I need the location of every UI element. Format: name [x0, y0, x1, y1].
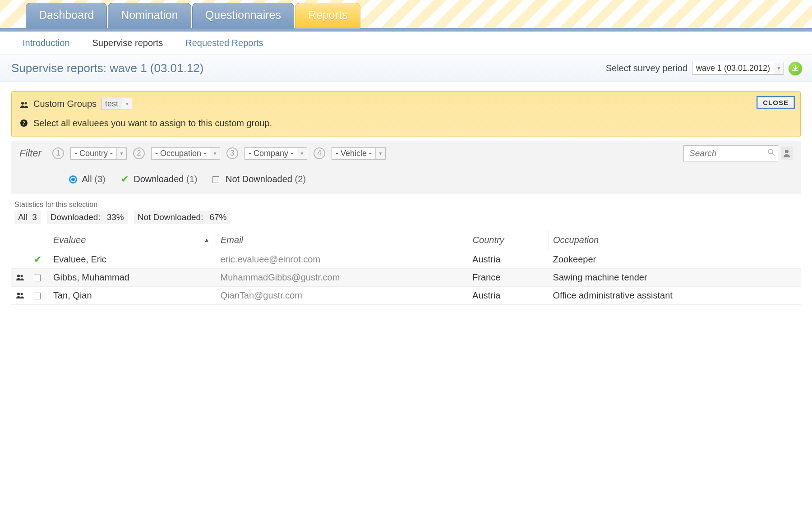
- cell-evaluee: Gibbs, Muhammad: [49, 269, 216, 287]
- cell-evaluee: Tan, Qian: [49, 287, 216, 305]
- checkbox-empty-icon: [34, 275, 41, 281]
- chevron-down-icon: ▼: [122, 98, 132, 110]
- chevron-down-icon: ▼: [210, 148, 220, 159]
- row-status[interactable]: ✔: [29, 250, 49, 269]
- filter-step-1: 1: [52, 147, 64, 159]
- download-button[interactable]: [789, 62, 802, 75]
- chevron-down-icon: ▼: [774, 62, 784, 74]
- col-evaluee-label: Evaluee: [53, 235, 86, 245]
- survey-period-label: Select survey period: [606, 63, 687, 73]
- checkbox-empty-icon: [34, 293, 41, 299]
- search-input[interactable]: [683, 145, 778, 161]
- search-icon: [767, 148, 775, 158]
- custom-group-value: test: [102, 98, 122, 110]
- page-title: Supervise reports: wave 1 (03.01.12): [11, 61, 203, 75]
- svg-point-9: [17, 293, 20, 295]
- filter-vehicle-select[interactable]: - Vehicle - ▼: [332, 147, 386, 160]
- cell-country: France: [468, 269, 548, 287]
- stats-chips: All 3 Downloaded: 33% Not Downloaded: 67…: [14, 211, 812, 224]
- cell-occupation: Zookeeper: [549, 250, 801, 269]
- tab-reports[interactable]: Reports: [295, 3, 361, 28]
- col-evaluee[interactable]: Evaluee ▲: [49, 230, 216, 250]
- tab-nomination[interactable]: Nomination: [108, 3, 191, 28]
- svg-point-0: [21, 102, 24, 105]
- tab-questionnaires[interactable]: Questionnaires: [192, 3, 294, 28]
- subnav-requested-reports[interactable]: Requested Reports: [185, 38, 263, 48]
- stat-notdownloaded-label: Not Downloaded:: [138, 212, 203, 222]
- row-group-icon: [11, 269, 29, 287]
- col-occupation[interactable]: Occupation: [549, 230, 801, 250]
- filter-occupation-value: - Occupation -: [152, 148, 210, 159]
- filter-status-downloaded[interactable]: ✔ Downloaded (1): [121, 174, 198, 184]
- svg-point-4: [768, 149, 773, 154]
- download-icon: [792, 65, 799, 72]
- filter-vehicle-value: - Vehicle -: [332, 148, 375, 159]
- main-nav-tabs: Dashboard Nomination Questionnaires Repo…: [26, 3, 361, 28]
- svg-point-1: [25, 102, 27, 105]
- svg-point-7: [17, 275, 20, 277]
- header-stripe: Dashboard Nomination Questionnaires Repo…: [0, 0, 812, 28]
- close-button[interactable]: CLOSE: [757, 96, 795, 109]
- cell-occupation: Office administrative assistant: [549, 287, 801, 305]
- svg-point-8: [21, 275, 23, 277]
- row-group-icon: [11, 250, 29, 269]
- chevron-down-icon: ▼: [297, 148, 307, 159]
- people-icon: [16, 274, 25, 280]
- filter-status-not-downloaded[interactable]: Not Downloaded (2): [212, 174, 305, 184]
- stat-downloaded-label: Downloaded:: [51, 212, 101, 222]
- cell-country: Austria: [468, 287, 548, 305]
- filter-step-4: 4: [314, 147, 325, 159]
- table-row[interactable]: Tan, QianQianTan@gustr.comAustriaOffice …: [11, 287, 801, 305]
- checkbox-empty-icon: [212, 176, 219, 183]
- cell-country: Austria: [468, 250, 548, 269]
- radio-selected-icon: [69, 175, 77, 184]
- check-icon: ✔: [34, 254, 42, 265]
- table-row[interactable]: ✔Evaluee, Ericeric.evaluee@einrot.comAus…: [11, 250, 801, 269]
- chevron-down-icon: ▼: [375, 148, 385, 159]
- row-group-icon: [11, 287, 29, 305]
- filter-all-count: (3): [94, 174, 105, 184]
- col-email[interactable]: Email: [216, 230, 468, 250]
- filter-notdownloaded-count: (2): [295, 174, 305, 184]
- cell-occupation: Sawing machine tender: [549, 269, 801, 287]
- stats-heading: Statistics for this selection: [14, 201, 812, 209]
- filter-occupation-select[interactable]: - Occupation - ▼: [151, 147, 220, 160]
- filter-country-value: - Country -: [71, 148, 116, 159]
- stat-downloaded: Downloaded: 33%: [47, 211, 128, 224]
- filter-status-all[interactable]: All (3): [69, 174, 106, 184]
- filter-bar: Filter 1 - Country - ▼ 2 - Occupation - …: [11, 141, 801, 194]
- title-bar: Supervise reports: wave 1 (03.01.12) Sel…: [0, 55, 812, 82]
- evaluee-table: Evaluee ▲ Email Country Occupation ✔Eval…: [11, 230, 801, 305]
- check-icon: ✔: [121, 174, 129, 184]
- filter-label: Filter: [19, 147, 42, 159]
- row-status[interactable]: [29, 287, 49, 305]
- custom-group-instruction: Select all evaluees you want to assign t…: [33, 118, 272, 128]
- custom-group-select[interactable]: test ▼: [101, 98, 132, 110]
- stat-notdownloaded-pct: 67%: [209, 212, 226, 222]
- filter-company-select[interactable]: - Company - ▼: [245, 147, 307, 160]
- cell-email: eric.evaluee@einrot.com: [216, 250, 468, 269]
- survey-period-value: wave 1 (03.01.2012): [692, 62, 774, 74]
- filter-downloaded-count: (1): [186, 174, 197, 184]
- chevron-down-icon: ▼: [116, 148, 126, 159]
- stat-all: All 3: [14, 211, 41, 224]
- cell-email: QianTan@gustr.com: [216, 287, 468, 305]
- people-icon: [20, 99, 29, 109]
- filter-step-3: 3: [226, 147, 238, 159]
- tab-dashboard[interactable]: Dashboard: [26, 3, 107, 28]
- cell-email: MuhammadGibbs@gustr.com: [216, 269, 468, 287]
- subnav-introduction[interactable]: Introduction: [23, 38, 70, 48]
- subnav-supervise-reports[interactable]: Supervise reports: [92, 38, 163, 48]
- row-status[interactable]: [29, 269, 49, 287]
- info-icon: ?: [20, 118, 28, 128]
- people-icon: [16, 292, 25, 298]
- table-row[interactable]: Gibbs, MuhammadMuhammadGibbs@gustr.comFr…: [11, 269, 801, 287]
- stat-all-value: 3: [32, 212, 37, 222]
- svg-point-6: [785, 150, 789, 153]
- user-filter-icon[interactable]: [781, 147, 793, 160]
- svg-point-10: [21, 293, 23, 295]
- filter-country-select[interactable]: - Country - ▼: [70, 147, 127, 160]
- survey-period-select[interactable]: wave 1 (03.01.2012) ▼: [692, 62, 784, 75]
- custom-groups-label: Custom Groups: [33, 99, 97, 109]
- col-country[interactable]: Country: [468, 230, 548, 250]
